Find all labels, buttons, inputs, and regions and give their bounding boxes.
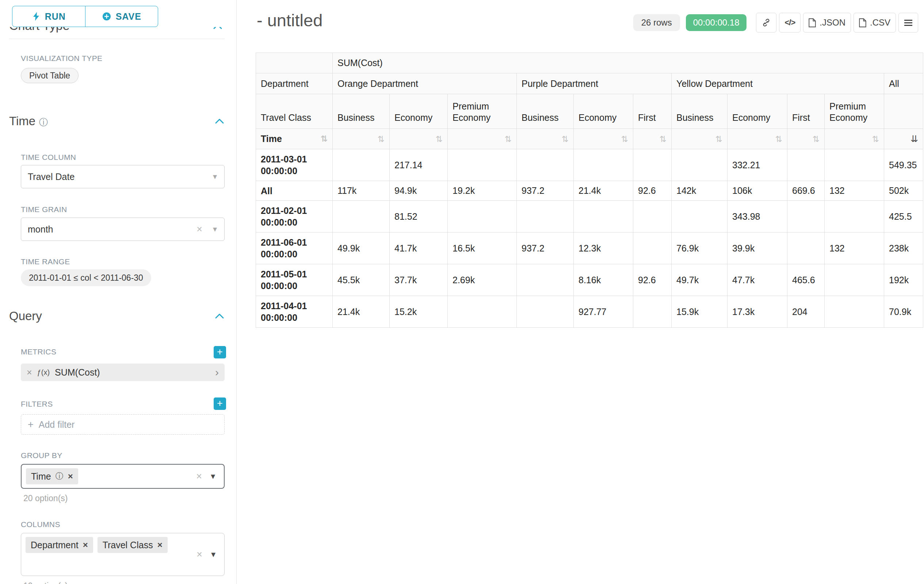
remove-tag-icon[interactable]: × — [83, 540, 88, 550]
chevron-up-icon[interactable] — [214, 313, 224, 319]
pivot-cell — [333, 149, 390, 181]
columns-tag[interactable]: Travel Class × — [97, 537, 168, 553]
remove-metric-icon[interactable]: × — [26, 367, 32, 378]
pivot-cell — [672, 149, 728, 181]
department-group-header: Purple Department — [517, 73, 672, 94]
metrics-label: METRICS — [21, 347, 56, 356]
pivot-cell — [825, 201, 884, 232]
chevron-down-icon: ▼ — [209, 472, 216, 481]
metric-label: SUM(Cost) — [55, 367, 100, 378]
pivot-cell: 15.9k — [672, 296, 728, 328]
sort-icon[interactable]: ⇅ — [660, 134, 667, 144]
time-column-select[interactable]: Travel Date ▾ — [21, 165, 224, 188]
pivot-cell: 204 — [787, 296, 825, 328]
sort-icon[interactable]: ⇅ — [872, 134, 879, 144]
sort-icon[interactable]: ⇅ — [436, 134, 443, 144]
sort-icon[interactable]: ⇅ — [378, 134, 384, 144]
sort-icon[interactable]: ⇅ — [505, 134, 512, 144]
metric-pill[interactable]: × ƒ(x) SUM(Cost) › — [21, 364, 224, 381]
sort-cell[interactable]: ⇅ — [825, 129, 884, 149]
pivot-cell: 549.35 — [884, 149, 923, 181]
add-filter-button[interactable]: + Add filter — [21, 414, 224, 435]
add-filter-plus-button[interactable]: + — [214, 398, 226, 410]
action-bar: RUN SAVE — [0, 0, 236, 27]
view-query-button[interactable]: </> — [779, 13, 800, 33]
info-icon[interactable]: ⓘ — [39, 117, 48, 128]
chevron-down-icon: ▾ — [213, 224, 217, 234]
sort-icon[interactable]: ⇅ — [321, 134, 328, 144]
sort-cell[interactable]: ⇅ — [672, 129, 728, 149]
function-icon: ƒ(x) — [37, 368, 50, 377]
add-metric-button[interactable]: + — [214, 346, 226, 359]
hamburger-icon — [904, 22, 912, 23]
sort-icon[interactable]: ⇅ — [621, 134, 628, 144]
info-icon[interactable]: ⓘ — [56, 471, 64, 482]
sort-cell[interactable]: ⇅ — [787, 129, 825, 149]
chevron-up-icon[interactable] — [214, 118, 224, 125]
pivot-cell — [448, 296, 517, 328]
download-json-button[interactable]: .JSON — [803, 13, 851, 33]
sort-cell[interactable]: ⇅ — [448, 129, 517, 149]
sort-icon[interactable]: ⇅ — [562, 134, 569, 144]
sort-icon[interactable]: ⇅ — [716, 134, 723, 144]
time-label: Time — [261, 133, 282, 144]
travel-class-header: First — [633, 94, 672, 129]
menu-button[interactable] — [898, 13, 918, 33]
chart-title[interactable]: - untitled — [257, 10, 322, 30]
sort-cell[interactable]: ⇅ — [333, 129, 390, 149]
sort-cell[interactable]: ⇅ — [728, 129, 787, 149]
time-range-label: TIME RANGE — [21, 257, 70, 266]
run-button[interactable]: RUN — [12, 6, 86, 27]
pivot-cell: 15.2k — [390, 296, 448, 328]
sort-icon[interactable]: ⇅ — [813, 134, 820, 144]
run-button-label: RUN — [45, 12, 66, 22]
chart-area: - untitled 26 rows 00:00:00.18 </> .JSON — [237, 0, 924, 584]
group-by-tag[interactable]: Time ⓘ × — [26, 468, 78, 484]
columns-tag-label: Department — [31, 540, 79, 550]
visualization-type-pill[interactable]: Pivot Table — [21, 68, 79, 83]
time-section-title: Time — [9, 114, 35, 128]
time-grain-select[interactable]: month × ▾ — [21, 217, 224, 241]
clear-icon[interactable]: × — [196, 471, 202, 482]
travel-class-header: Premium Economy — [448, 94, 517, 129]
pivot-cell: 425.5 — [884, 201, 923, 232]
plus-icon: + — [217, 398, 223, 409]
options-hint: 20 option(s) — [23, 494, 68, 503]
sort-cell[interactable]: ⇅ — [574, 129, 633, 149]
pivot-cell: 37.7k — [390, 264, 448, 296]
columns-tag[interactable]: Department × — [26, 537, 93, 553]
pivot-cell: 465.6 — [787, 264, 825, 296]
group-by-select[interactable]: Time ⓘ × × ▼ — [21, 464, 224, 489]
pivot-cell: 927.77 — [574, 296, 633, 328]
remove-tag-icon[interactable]: × — [68, 471, 73, 482]
copy-link-button[interactable] — [756, 13, 776, 33]
clear-icon[interactable]: × — [196, 224, 202, 235]
columns-select[interactable]: Department × Travel Class × × ▼ — [21, 533, 224, 576]
pivot-cell — [517, 201, 574, 232]
sort-cell[interactable]: ⇅ — [633, 129, 672, 149]
control-panel: Chart Type RUN SAVE VISUALIZATION TYPE P… — [0, 0, 237, 584]
add-filter-label: Add filter — [39, 419, 75, 430]
save-button[interactable]: SAVE — [85, 6, 158, 27]
time-range-pill[interactable]: 2011-01-01 ≤ col < 2011-06-30 — [21, 269, 151, 286]
file-icon — [859, 18, 866, 27]
pivot-cell: 21.4k — [333, 296, 390, 328]
sort-cell[interactable]: ⇊ — [884, 129, 923, 149]
sort-cell[interactable]: ⇅ — [390, 129, 448, 149]
options-hint: 19 option(s) — [23, 581, 68, 584]
sort-icon[interactable]: ⇊ — [911, 133, 918, 144]
chart-header-actions: 26 rows 00:00:00.18 </> .JSON .CSV — [633, 12, 918, 33]
clear-icon[interactable]: × — [196, 549, 202, 560]
corner-cell — [256, 53, 333, 73]
pivot-cell — [633, 232, 672, 264]
pivot-cell: 937.2 — [517, 181, 574, 201]
pivot-cell — [787, 232, 825, 264]
remove-tag-icon[interactable]: × — [157, 540, 163, 550]
download-csv-button[interactable]: .CSV — [853, 13, 896, 33]
section-divider — [9, 39, 224, 39]
sort-cell[interactable]: ⇅ — [517, 129, 574, 149]
export-button-group: </> .JSON .CSV — [756, 13, 918, 33]
sort-icon[interactable]: ⇅ — [776, 134, 782, 144]
chevron-down-icon: ▾ — [213, 172, 217, 181]
row-header: 2011-06-01 00:00:00 — [256, 232, 333, 264]
